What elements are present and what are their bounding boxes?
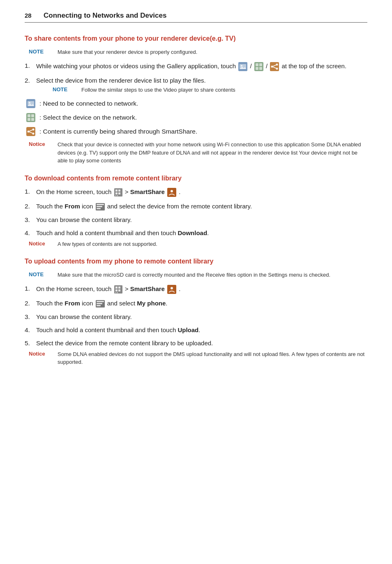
- gallery1-icon: [238, 62, 247, 71]
- svg-point-51: [171, 287, 173, 289]
- step-ul-num-1: 1.: [25, 285, 36, 292]
- step-dl-content-3: You can browse the content library.: [36, 216, 367, 223]
- page-title: Connecting to Networks and Devices: [44, 12, 166, 20]
- note-text-share: Make sure that your renderer device is p…: [58, 48, 197, 56]
- svg-rect-42: [97, 208, 101, 209]
- bullet-gallery1: : Need to be connected to network.: [26, 99, 367, 109]
- bullet-icon-gallery1: [26, 99, 35, 108]
- bullet-share: : Content is currently being shared thro…: [26, 127, 367, 136]
- step-ul-content-2: Touch the From icon and select My phone.: [36, 300, 367, 307]
- svg-rect-35: [115, 195, 116, 196]
- step-dl-content-4: Touch and hold a content thumbnail and t…: [36, 229, 367, 236]
- section-upload-remote: To upload contents from my phone to remo…: [25, 258, 367, 366]
- bullet-text-share: : Content is currently being shared thro…: [39, 127, 197, 136]
- step-share-1: 1. While watching your photos or videos …: [25, 62, 367, 71]
- grid-icon-ul1: [114, 285, 122, 294]
- svg-rect-32: [118, 190, 120, 192]
- bullet-text-gallery1: : Need to be connected to network.: [39, 99, 138, 109]
- from-icon-dl2: [96, 203, 105, 210]
- step-ul-content-4: Touch and hold a content thumbnail and t…: [36, 326, 367, 333]
- bullet-icon-share: [26, 127, 35, 136]
- section-heading-download: To download contents from remote content…: [25, 175, 367, 182]
- step-content-2: Select the device from the renderer devi…: [36, 77, 367, 84]
- step-dl-num-2: 2.: [25, 203, 36, 210]
- step-ul-content-5: Select the device from the remote conten…: [36, 340, 367, 347]
- step-dl1-dot: .: [179, 188, 180, 195]
- step-download-2: 2. Touch the From icon and select the de…: [25, 203, 367, 210]
- svg-point-17: [29, 102, 30, 104]
- svg-rect-5: [256, 63, 258, 66]
- step1-separator1: /: [250, 62, 253, 69]
- svg-point-11: [271, 65, 273, 67]
- step-dl-num-1: 1.: [25, 188, 36, 195]
- step-ul3-text: You can browse the content library.: [36, 313, 132, 320]
- step-ul1-text-before: On the Home screen, touch: [36, 285, 113, 292]
- page-number: 28: [25, 12, 36, 19]
- share-icon-inline: [270, 62, 279, 71]
- step-content-1: While watching your photos or videos usi…: [36, 62, 367, 71]
- bullet-gallery2: : Select the device on the network.: [26, 113, 367, 123]
- svg-rect-40: [97, 204, 104, 205]
- bullet-icon-gallery2: [26, 113, 35, 122]
- section-heading-upload: To upload contents from my phone to remo…: [25, 258, 367, 265]
- step-ul-num-4: 4.: [25, 326, 36, 334]
- step-ul-num-2: 2.: [25, 300, 36, 307]
- notice-row-upload: Notice Some DLNA enabled devices do not …: [29, 350, 367, 366]
- step-ul-content-3: You can browse the content library.: [36, 313, 367, 320]
- step-ul2-text-after: and select My phone.: [107, 300, 168, 307]
- bullet-text-gallery2: : Select the device on the network.: [39, 113, 137, 123]
- svg-point-38: [171, 190, 173, 192]
- section-download-remote: To download contents from remote content…: [25, 175, 367, 248]
- step-ul-num-3: 3.: [25, 313, 36, 321]
- svg-rect-55: [97, 305, 101, 306]
- step-upload-5: 5. Select the device from the remote con…: [25, 340, 367, 347]
- step-ul1-dot: .: [179, 285, 180, 292]
- smartshare-icon-ul1: [167, 285, 176, 294]
- step-download-1: 1. On the Home screen, touch > SmartShar…: [25, 188, 367, 197]
- step2-text: Select the device from the renderer devi…: [36, 77, 206, 84]
- step-ul-num-5: 5.: [25, 340, 36, 347]
- step-dl3-text: You can browse the content library.: [36, 216, 132, 223]
- svg-rect-49: [117, 292, 118, 293]
- notice-text-share: Check that your device is connected with…: [58, 141, 367, 165]
- svg-rect-47: [118, 289, 120, 291]
- step-upload-1: 1. On the Home screen, touch > SmartShar…: [25, 285, 367, 294]
- step-ul4-text: Touch and hold a content thumbnail and t…: [36, 326, 200, 333]
- svg-rect-34: [118, 192, 120, 194]
- step-upload-4: 4. Touch and hold a content thumbnail an…: [25, 326, 367, 334]
- note-text-step2: Follow the similar steps to use the Vide…: [81, 86, 235, 94]
- step-num-1: 1.: [25, 62, 36, 69]
- gallery2-icon: [254, 62, 263, 71]
- step-download-4: 4. Touch and hold a content thumbnail an…: [25, 229, 367, 237]
- svg-rect-43: [114, 285, 122, 294]
- step-dl-num-3: 3.: [25, 216, 36, 224]
- step-dl1-text-before: On the Home screen, touch: [36, 188, 113, 195]
- note-label-share: NOTE: [29, 49, 53, 55]
- svg-point-12: [276, 67, 278, 69]
- svg-rect-53: [97, 301, 104, 302]
- step-dl-content-2: Touch the From icon and select the devic…: [36, 203, 367, 210]
- grid-icon-dl1: [114, 188, 122, 196]
- step1-text-after: at the top of the screen.: [281, 62, 346, 69]
- svg-rect-20: [28, 114, 30, 117]
- page-header: 28 Connecting to Networks and Devices: [25, 12, 367, 23]
- svg-rect-48: [115, 292, 116, 293]
- step-upload-2: 2. Touch the From icon and select My pho…: [25, 300, 367, 307]
- step-dl2-text-before: Touch the From icon: [36, 203, 95, 210]
- step-list-share: 1. While watching your photos or videos …: [25, 62, 367, 94]
- note-text-upload: Make sure that the microSD card is corre…: [58, 271, 330, 279]
- svg-point-25: [32, 129, 35, 131]
- step-download-3: 3. You can browse the content library.: [25, 216, 367, 224]
- note-label-upload: NOTE: [29, 271, 53, 277]
- notice-text-download: A few types of contents are not supporte…: [58, 240, 157, 248]
- step-dl4-text: Touch and hold a content thumbnail and t…: [36, 229, 209, 236]
- step1-text-before: While watching your photos or videos usi…: [36, 62, 238, 69]
- svg-rect-36: [117, 195, 118, 196]
- svg-rect-6: [259, 63, 262, 66]
- step-ul1-gt: > SmartShare: [125, 285, 166, 292]
- notice-label-download: Notice: [29, 240, 53, 247]
- step-ul5-text: Select the device from the remote conten…: [36, 340, 213, 347]
- svg-rect-41: [97, 206, 102, 207]
- svg-point-26: [28, 131, 30, 133]
- svg-rect-8: [259, 67, 262, 70]
